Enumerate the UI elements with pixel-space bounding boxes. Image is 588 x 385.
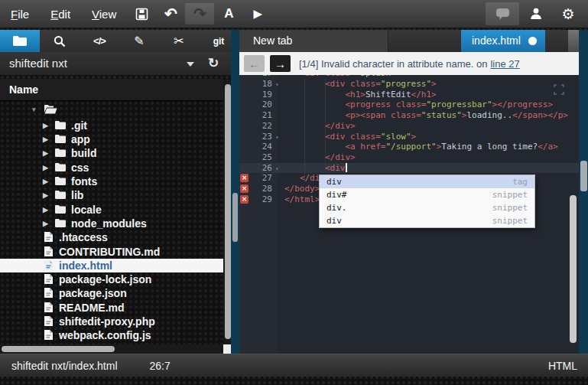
account-button[interactable] xyxy=(519,3,553,24)
sidebar-tab-search[interactable] xyxy=(40,30,80,52)
right-splitter-grip[interactable] xyxy=(580,161,587,191)
user-icon xyxy=(529,7,543,21)
fold-toggle-icon[interactable]: ▾ xyxy=(275,80,279,90)
project-selector[interactable]: shiftedit nxt ↻ xyxy=(0,52,231,75)
tree-item-index.html[interactable]: index.html xyxy=(0,259,223,272)
line-number[interactable]: 21 xyxy=(249,110,272,121)
code-line-26[interactable]: 26▾ <div xyxy=(239,163,579,174)
collapse-icon[interactable]: ▾ xyxy=(32,106,36,113)
settings-button[interactable]: ⚙ xyxy=(553,3,583,24)
menu-view[interactable]: View xyxy=(81,8,127,21)
tree-item-CONTRIBUTING.md[interactable]: CONTRIBUTING.md xyxy=(0,245,223,259)
autocomplete-item-div[interactable]: divsnippet xyxy=(320,214,534,227)
sidebar-tab-snippets[interactable]: </> xyxy=(80,30,119,52)
code-line-22[interactable]: 22 </div> xyxy=(239,121,579,132)
error-marker-icon: ✕ xyxy=(240,195,249,204)
tree-item-package.json[interactable]: package.json xyxy=(0,286,223,300)
code-text: </div> xyxy=(284,121,356,132)
tree-item-package-lock.json[interactable]: package-lock.json xyxy=(0,272,223,286)
autocomplete-item-div#[interactable]: div#snippet xyxy=(320,188,534,201)
right-panel-splitter[interactable] xyxy=(579,30,588,354)
line-number[interactable]: 18 xyxy=(249,79,272,90)
font-button[interactable]: A xyxy=(214,3,243,24)
left-splitter-grip[interactable] xyxy=(232,193,238,242)
code-line-25[interactable]: 25 </div> xyxy=(239,152,579,163)
code-line-24[interactable]: 24 <a href="/support">Taking a long time… xyxy=(239,142,579,152)
line-number[interactable]: 26 xyxy=(249,163,272,174)
fullscreen-toggle-icon[interactable] xyxy=(554,84,564,95)
file-tree: ▾▶.git▶app▶build▶css▶fonts▶lib▶locale▶no… xyxy=(0,101,231,354)
left-panel-splitter[interactable] xyxy=(231,30,239,354)
code-line-21[interactable]: 21 <p><span class="status">loading..</sp… xyxy=(239,110,579,121)
next-error-button[interactable]: → xyxy=(270,55,291,72)
tree-item-shiftedit-proxy.php[interactable]: shiftedit-proxy.php xyxy=(0,315,223,328)
fold-toggle-icon[interactable]: ▾ xyxy=(275,164,279,175)
tree-item-README.md[interactable]: README.md xyxy=(0,301,223,315)
folder-icon xyxy=(55,163,66,171)
menu-edit[interactable]: Edit xyxy=(40,8,81,21)
expand-icon[interactable]: ▶ xyxy=(43,178,48,185)
code-line-20[interactable]: 20 <progress class="progressbar"></progr… xyxy=(239,100,579,110)
sidebar-tab-files[interactable] xyxy=(0,30,40,52)
tab-list-button[interactable] xyxy=(568,30,579,52)
file-icon xyxy=(44,288,53,298)
tree-horizontal-scrollbar-thumb[interactable] xyxy=(2,346,115,352)
refresh-button[interactable]: ↻ xyxy=(203,52,223,75)
tree-item-app[interactable]: ▶app xyxy=(0,132,223,146)
folder-icon xyxy=(55,205,66,214)
line-number[interactable]: 19 xyxy=(249,90,272,100)
line-number[interactable]: 29 xyxy=(249,194,272,205)
redo-button[interactable]: ↷ xyxy=(185,3,214,24)
arrow-left-icon: ← xyxy=(249,57,260,70)
tree-item-lib[interactable]: ▶lib xyxy=(0,188,223,202)
expand-icon[interactable]: ▶ xyxy=(43,135,48,143)
tree-item-build[interactable]: ▶build xyxy=(0,146,223,160)
expand-icon[interactable]: ▶ xyxy=(43,220,48,227)
tree-item-webpack.config.js[interactable]: webpack.config.js xyxy=(0,328,223,342)
tree-item-locale[interactable]: ▶locale xyxy=(0,203,223,217)
tab-new-tab[interactable]: New tab xyxy=(239,30,388,52)
tab-index-html[interactable]: index.html xyxy=(461,30,545,52)
save-button[interactable] xyxy=(127,3,156,24)
tree-vertical-scrollbar-thumb[interactable] xyxy=(225,84,231,339)
error-line-link[interactable]: line 27 xyxy=(490,58,519,70)
line-number[interactable]: 20 xyxy=(249,100,272,110)
menu-file[interactable]: File xyxy=(0,8,40,21)
chat-bubble-icon xyxy=(495,8,510,20)
previous-error-button[interactable]: ← xyxy=(244,55,265,72)
tab-label: New tab xyxy=(253,34,292,47)
completion-label: div. xyxy=(326,203,347,213)
fold-toggle-icon[interactable]: ▾ xyxy=(275,132,279,143)
tree-item-node_modules[interactable]: ▶node_modules xyxy=(0,217,223,230)
expand-icon[interactable]: ▶ xyxy=(43,149,48,157)
tree-item-.htaccess[interactable]: .htaccess xyxy=(0,230,223,244)
tree-item-fonts[interactable]: ▶fonts xyxy=(0,175,223,188)
expand-icon[interactable]: ▶ xyxy=(43,122,48,129)
line-number[interactable]: 25 xyxy=(249,152,272,163)
line-number[interactable]: 24 xyxy=(249,142,272,152)
tree-item-label: package.json xyxy=(59,287,127,299)
chat-button[interactable] xyxy=(486,2,519,25)
status-mode-selector[interactable]: HTML xyxy=(548,360,577,372)
code-line-19[interactable]: 19 <h1>ShiftEdit</h1> xyxy=(239,90,579,100)
editor-scrollbar-thumb[interactable] xyxy=(570,195,577,343)
tree-root[interactable]: ▾ xyxy=(0,103,223,116)
line-number[interactable]: 28 xyxy=(249,184,272,194)
expand-icon[interactable]: ▶ xyxy=(43,191,48,199)
expand-icon[interactable]: ▶ xyxy=(43,164,48,171)
line-number[interactable]: 27 xyxy=(249,173,272,184)
expand-icon[interactable]: ▶ xyxy=(43,206,48,214)
code-line-23[interactable]: 23▾ <div class="slow"> xyxy=(239,132,579,142)
line-number[interactable]: 23 xyxy=(249,132,272,142)
tree-item-css[interactable]: ▶css xyxy=(0,161,223,175)
autocomplete-item-div.[interactable]: div.snippet xyxy=(320,201,534,214)
sidebar-tab-edit[interactable]: ✎ xyxy=(119,30,159,52)
tree-item-.git[interactable]: ▶.git xyxy=(0,119,223,132)
undo-button[interactable]: ↶ xyxy=(156,3,185,24)
line-number[interactable]: 22 xyxy=(249,121,272,132)
code-text: </div> xyxy=(284,152,356,163)
sidebar-tab-tools[interactable]: ✂ xyxy=(159,30,199,52)
run-button[interactable]: ▶ xyxy=(243,3,272,24)
code-line-18[interactable]: 18▾ <div class="progress"> xyxy=(239,79,579,90)
autocomplete-item-div[interactable]: divtag xyxy=(320,175,534,188)
